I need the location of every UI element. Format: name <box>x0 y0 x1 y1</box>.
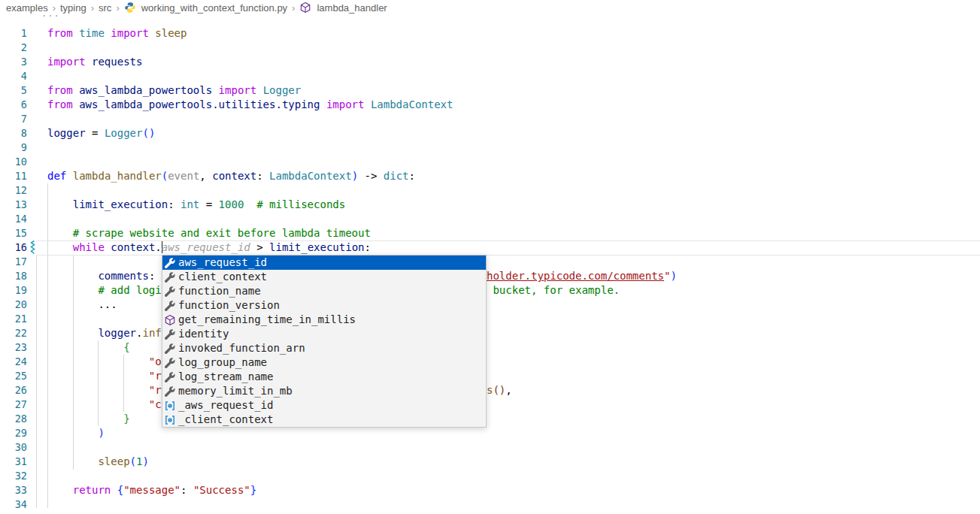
code-line[interactable]: 6from aws_lambda_powertools.utilities.ty… <box>0 98 980 112</box>
suggestion-item[interactable]: log_group_name <box>162 355 486 370</box>
line-number[interactable]: 22 <box>0 326 27 340</box>
code-text: from aws_lambda_powertools import Logger <box>47 83 301 98</box>
code-line[interactable]: 33 return {"message": "Success"} <box>0 483 980 497</box>
line-number[interactable]: 5 <box>0 83 27 98</box>
property-icon <box>164 286 176 298</box>
code-line[interactable]: 28 } <box>0 412 980 426</box>
line-number[interactable]: 18 <box>0 269 27 283</box>
line-number[interactable]: 32 <box>0 469 27 483</box>
code-line[interactable]: 3import requests <box>0 55 980 69</box>
line-number[interactable]: 30 <box>0 440 27 455</box>
code-line[interactable]: 19 # add logi bucket, for example. <box>0 283 980 298</box>
code-line[interactable]: 13 limit_execution: int = 1000 # millise… <box>0 198 980 212</box>
line-number[interactable]: 12 <box>0 183 27 198</box>
line-number[interactable]: 25 <box>0 369 27 383</box>
suggestion-label: log_group_name <box>178 355 267 370</box>
code-line[interactable]: 10 <box>0 155 980 169</box>
line-number[interactable]: 19 <box>0 283 27 298</box>
suggestion-item[interactable]: memory_limit_in_mb <box>162 384 486 398</box>
code-text: "c <box>47 398 162 412</box>
folded-region-ellipsis[interactable]: ... <box>41 8 60 19</box>
code-editor[interactable]: ... 1from time import sleep23import requ… <box>0 0 980 514</box>
code-line[interactable]: 7 <box>0 112 980 126</box>
line-number[interactable]: 14 <box>0 212 27 226</box>
code-line[interactable]: 26 "rs(), <box>0 383 980 398</box>
line-number[interactable]: 33 <box>0 483 27 497</box>
line-number[interactable]: 11 <box>0 169 27 183</box>
suggestion-label: client_context <box>178 270 267 284</box>
line-number[interactable]: 24 <box>0 355 27 369</box>
code-line[interactable]: 18 comments: holder.typicode.com/comment… <box>0 269 980 283</box>
line-number[interactable]: 15 <box>0 226 27 240</box>
code-line[interactable]: 1from time import sleep <box>0 26 980 41</box>
suggestion-item[interactable]: aws_request_id <box>162 255 486 270</box>
code-text: return {"message": "Success"} <box>47 483 256 497</box>
suggestion-item[interactable]: identity <box>162 327 486 341</box>
line-number[interactable]: 1 <box>0 26 27 41</box>
line-number[interactable]: 27 <box>0 398 27 412</box>
code-line[interactable]: 9 <box>0 141 980 155</box>
line-number[interactable]: 28 <box>0 412 27 426</box>
line-number[interactable]: 10 <box>0 155 27 169</box>
code-line[interactable]: 29 ) <box>0 426 980 440</box>
code-text: # add logi <box>47 283 162 298</box>
code-line[interactable]: 25 "r <box>0 369 980 383</box>
line-number[interactable]: 21 <box>0 312 27 326</box>
suggestion-label: function_name <box>178 284 261 298</box>
suggestion-item[interactable]: invoked_function_arn <box>162 341 486 355</box>
ghost-text-inline-suggestion: aws_request_id <box>162 241 250 253</box>
property-icon <box>164 343 176 355</box>
code-text: def lambda_handler(event, context: Lambd… <box>47 169 415 183</box>
suggestion-item[interactable]: _client_context <box>162 413 486 427</box>
code-line[interactable]: 5from aws_lambda_powertools import Logge… <box>0 83 980 98</box>
code-line[interactable]: 34 <box>0 497 980 512</box>
line-number[interactable]: 6 <box>0 98 27 112</box>
line-number[interactable]: 3 <box>0 55 27 69</box>
line-number[interactable]: 2 <box>0 41 27 55</box>
suggestion-label: memory_limit_in_mb <box>178 384 293 398</box>
suggestion-item[interactable]: get_remaining_time_in_millis <box>162 313 486 327</box>
code-line[interactable]: 11def lambda_handler(event, context: Lam… <box>0 169 980 183</box>
code-text: while context.aws_request_id > limit_exe… <box>47 240 371 255</box>
code-line[interactable]: 21 <box>0 312 980 326</box>
line-number[interactable]: 17 <box>0 255 27 269</box>
line-number[interactable]: 20 <box>0 298 27 312</box>
line-number[interactable]: 8 <box>0 126 27 141</box>
code-line[interactable]: 31 sleep(1) <box>0 455 980 469</box>
line-number[interactable]: 13 <box>0 198 27 212</box>
code-line[interactable]: 16 while context.aws_request_id > limit_… <box>0 240 980 255</box>
suggestion-item[interactable]: function_name <box>162 284 486 298</box>
code-line[interactable]: 32 <box>0 469 980 483</box>
line-number[interactable]: 34 <box>0 497 27 512</box>
suggestion-item[interactable]: client_context <box>162 270 486 284</box>
autocomplete-popup: aws_request_idclient_contextfunction_nam… <box>162 255 487 428</box>
line-number[interactable]: 23 <box>0 340 27 355</box>
code-line[interactable]: 22 logger.inf <box>0 326 980 340</box>
line-number[interactable]: 29 <box>0 426 27 440</box>
code-text: sleep(1) <box>47 455 149 469</box>
suggestion-item[interactable]: _aws_request_id <box>162 398 486 413</box>
code-line[interactable]: 12 <box>0 183 980 198</box>
line-number[interactable]: 26 <box>0 383 27 398</box>
suggestion-item[interactable]: log_stream_name <box>162 370 486 384</box>
line-number[interactable]: 16 <box>0 240 27 255</box>
code-text: } <box>47 412 130 426</box>
code-text: logger.inf <box>47 326 162 340</box>
code-line[interactable]: 20 ... <box>0 298 980 312</box>
code-line[interactable]: 8logger = Logger() <box>0 126 980 141</box>
line-number[interactable]: 31 <box>0 455 27 469</box>
code-line[interactable]: 27 "c <box>0 398 980 412</box>
line-number[interactable]: 7 <box>0 112 27 126</box>
code-line[interactable]: 14 <box>0 212 980 226</box>
code-text: "r <box>47 369 162 383</box>
code-line[interactable]: 23 { <box>0 340 980 355</box>
line-number[interactable]: 9 <box>0 141 27 155</box>
code-line[interactable]: 15 # scrape website and exit before lamb… <box>0 226 980 240</box>
code-line[interactable]: 2 <box>0 41 980 55</box>
code-line[interactable]: 17 <box>0 255 980 269</box>
line-number[interactable]: 4 <box>0 69 27 83</box>
code-line[interactable]: 24 "o <box>0 355 980 369</box>
code-line[interactable]: 30 <box>0 440 980 455</box>
suggestion-item[interactable]: function_version <box>162 298 486 313</box>
code-line[interactable]: 4 <box>0 69 980 83</box>
